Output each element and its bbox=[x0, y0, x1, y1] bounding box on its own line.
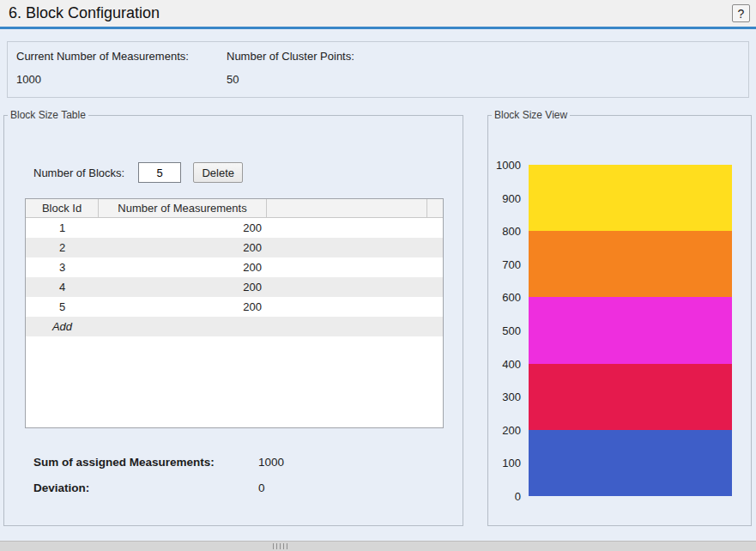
deviation-row: Deviation: 0 bbox=[33, 481, 265, 494]
table-row[interactable]: 3200 bbox=[26, 257, 443, 277]
column-header-filler bbox=[427, 199, 443, 217]
cluster-points-info: Number of Cluster Points: 50 bbox=[227, 50, 437, 97]
help-button[interactable]: ? bbox=[732, 4, 750, 22]
measurements-cell: 200 bbox=[99, 241, 267, 254]
bar-segment-block-3 bbox=[529, 297, 732, 363]
accent-divider bbox=[0, 27, 756, 29]
column-header-empty bbox=[267, 199, 427, 217]
deviation-label: Deviation: bbox=[33, 481, 258, 494]
y-tick-label: 200 bbox=[502, 423, 521, 436]
info-panel: Current Number of Measurements: 1000 Num… bbox=[7, 41, 749, 98]
block-id-cell: 3 bbox=[26, 261, 99, 274]
number-of-blocks-label: Number of Blocks: bbox=[33, 167, 124, 179]
table-add-row[interactable]: Add bbox=[26, 317, 443, 336]
y-tick-label: 1000 bbox=[496, 159, 521, 172]
block-size-chart: 01002003004005006007008009001000 bbox=[488, 121, 751, 525]
column-header-block-id[interactable]: Block Id bbox=[26, 199, 99, 217]
block-id-cell: 1 bbox=[26, 221, 99, 234]
sum-value: 1000 bbox=[258, 456, 284, 469]
measurements-cell: 200 bbox=[99, 261, 267, 274]
bar-segment-block-5 bbox=[529, 165, 732, 231]
measurements-cell: 200 bbox=[99, 300, 267, 313]
measurements-cell: 200 bbox=[99, 221, 267, 234]
delete-button[interactable]: Delete bbox=[193, 162, 243, 183]
block-configuration-window: 6. Block Configuration ? Current Number … bbox=[0, 0, 756, 551]
bar-segment-block-2 bbox=[529, 364, 732, 430]
y-tick-label: 100 bbox=[502, 457, 521, 469]
stacked-bar bbox=[529, 165, 732, 496]
block-table: Block Id Number of Measurements 12002200… bbox=[25, 198, 444, 428]
measurements-label: Current Number of Measurements: bbox=[16, 50, 227, 63]
add-row-label[interactable]: Add bbox=[26, 320, 99, 333]
block-table-header: Block Id Number of Measurements bbox=[26, 199, 443, 218]
y-tick-label: 0 bbox=[515, 490, 521, 503]
bar-segment-block-1 bbox=[529, 430, 732, 496]
y-axis: 01002003004005006007008009001000 bbox=[488, 165, 521, 496]
table-row[interactable]: 1200 bbox=[26, 218, 443, 238]
bar-segment-block-4 bbox=[529, 231, 732, 297]
measurements-value: 1000 bbox=[16, 73, 227, 86]
number-of-blocks-input[interactable] bbox=[138, 162, 181, 183]
table-row[interactable]: 5200 bbox=[26, 297, 443, 317]
block-size-table-title: Block Size Table bbox=[8, 109, 88, 121]
table-row[interactable]: 4200 bbox=[26, 277, 443, 297]
deviation-value: 0 bbox=[258, 481, 265, 494]
y-tick-label: 400 bbox=[502, 357, 521, 370]
block-size-table-group: Block Size Table Number of Blocks: Delet… bbox=[3, 109, 463, 526]
page-title: 6. Block Configuration bbox=[9, 4, 160, 22]
sum-label: Sum of assigned Measurements: bbox=[33, 456, 258, 469]
measurements-info: Current Number of Measurements: 1000 bbox=[16, 50, 227, 97]
y-tick-label: 700 bbox=[502, 257, 521, 270]
column-header-measurements[interactable]: Number of Measurements bbox=[99, 199, 267, 217]
splitter-handle[interactable] bbox=[273, 543, 288, 549]
bottom-splitter-bar bbox=[0, 541, 756, 551]
measurements-cell: 200 bbox=[99, 281, 267, 294]
y-tick-label: 600 bbox=[502, 291, 521, 304]
block-id-cell: 2 bbox=[26, 241, 99, 254]
block-size-view-group: Block Size View 010020030040050060070080… bbox=[487, 109, 752, 526]
block-id-cell: 5 bbox=[26, 300, 99, 313]
block-table-body: 12002200320042005200Add bbox=[26, 218, 443, 336]
y-tick-label: 900 bbox=[502, 191, 521, 204]
main-area: Block Size Table Number of Blocks: Delet… bbox=[3, 109, 752, 526]
block-id-cell: 4 bbox=[26, 281, 99, 294]
cluster-points-value: 50 bbox=[227, 73, 437, 86]
cluster-points-label: Number of Cluster Points: bbox=[227, 50, 437, 63]
blocks-controls: Number of Blocks: Delete bbox=[33, 162, 243, 183]
block-size-view-title: Block Size View bbox=[492, 109, 570, 121]
table-row[interactable]: 2200 bbox=[26, 238, 443, 257]
y-tick-label: 300 bbox=[502, 391, 521, 403]
y-tick-label: 800 bbox=[502, 225, 521, 238]
y-tick-label: 500 bbox=[502, 324, 521, 337]
title-bar: 6. Block Configuration ? bbox=[0, 0, 756, 27]
sum-row: Sum of assigned Measurements: 1000 bbox=[33, 456, 284, 469]
